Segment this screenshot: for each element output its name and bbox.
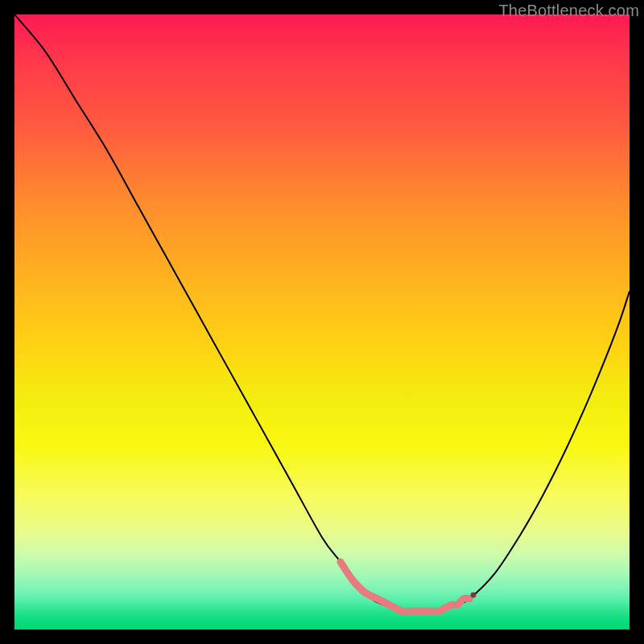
chart-stage: TheBottleneck.com bbox=[0, 0, 644, 644]
plot-area bbox=[14, 14, 630, 630]
endpoint-dot bbox=[471, 592, 477, 598]
bottleneck-curve bbox=[14, 14, 630, 612]
curve-layer bbox=[14, 14, 630, 630]
curve-group bbox=[14, 14, 630, 612]
watermark-text: TheBottleneck.com bbox=[498, 2, 639, 20]
optimal-band bbox=[341, 562, 469, 612]
